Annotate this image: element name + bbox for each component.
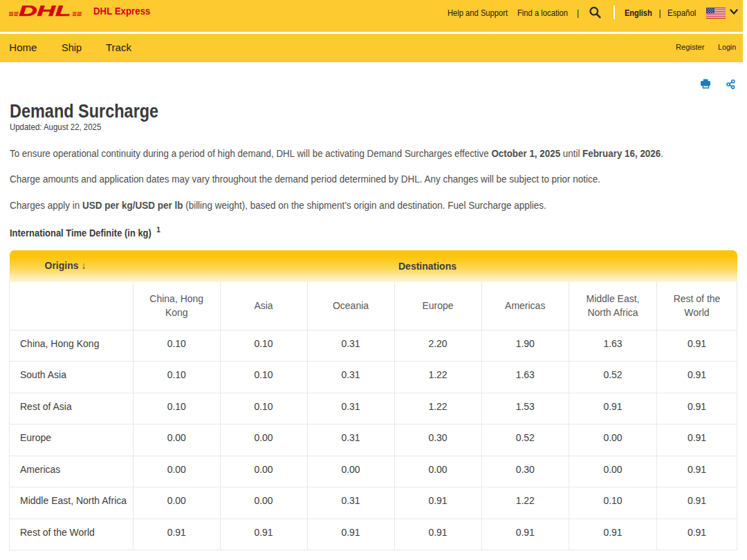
svg-text:DHL: DHL [19,6,71,17]
